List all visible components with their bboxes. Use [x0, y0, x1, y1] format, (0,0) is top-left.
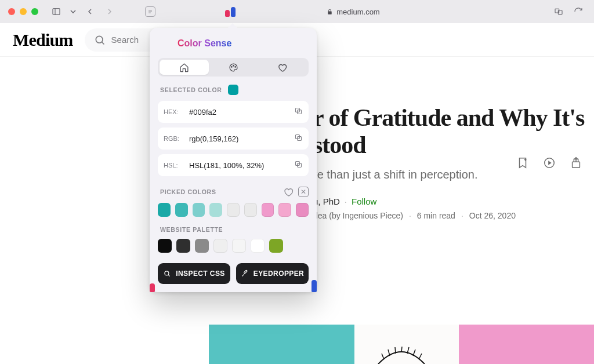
colorsense-popover: Color Sense SELECTED COLOR HEX: #009fa2 … [150, 28, 317, 292]
hero-image [209, 325, 594, 364]
article-meta: dea (by Ingenious Piece) · 6 min read · … [313, 211, 594, 220]
search-icon [163, 270, 171, 278]
browser-toolbar: medium.com [0, 0, 594, 23]
palette-swatch[interactable] [176, 239, 190, 253]
share-icon[interactable] [570, 156, 582, 169]
article-title: r of Gratitude and Why It's stood [313, 104, 594, 159]
forward-button[interactable] [102, 5, 117, 18]
selected-color-swatch [228, 85, 238, 95]
article-actions [516, 156, 582, 169]
hero-image-detail [375, 347, 428, 364]
picked-swatch[interactable] [244, 203, 257, 217]
svg-point-16 [233, 65, 233, 65]
extension-colorsense-icon[interactable] [225, 6, 236, 17]
eyedropper-button[interactable]: EYEDROPPER [236, 263, 309, 284]
address-bar[interactable]: medium.com [160, 8, 546, 16]
lock-icon [327, 9, 333, 15]
svg-point-15 [231, 66, 231, 67]
tab-segmented-control [158, 58, 309, 77]
palette-swatch[interactable] [232, 239, 246, 253]
palette-swatch[interactable] [269, 239, 283, 253]
close-window-icon[interactable] [8, 8, 15, 15]
eyedropper-icon [241, 270, 249, 278]
copy-rgb-button[interactable] [294, 133, 303, 144]
byline: u, PhD · Follow [313, 196, 594, 206]
play-icon[interactable] [543, 156, 556, 169]
translate-button[interactable] [551, 5, 566, 18]
sidebar-toggle-button[interactable] [49, 5, 64, 18]
article-subtitle: re than just a shift in perception. [313, 168, 594, 181]
picked-swatch[interactable] [262, 203, 274, 217]
svg-point-7 [96, 36, 103, 43]
back-button[interactable] [82, 5, 97, 18]
picked-swatch[interactable] [193, 203, 205, 217]
window-controls [8, 8, 38, 15]
website-palette-label: WEBSITE PALETTE [158, 226, 223, 233]
svg-marker-12 [548, 161, 552, 165]
picked-swatch[interactable] [278, 203, 291, 217]
search-placeholder: Search [111, 35, 139, 45]
clear-picked-button[interactable]: ✕ [298, 187, 309, 197]
tab-favorites[interactable] [258, 60, 307, 75]
tab-palette[interactable] [209, 60, 258, 75]
picked-swatches [158, 203, 309, 217]
tab-dropdown-button[interactable] [68, 5, 78, 18]
palette-swatch[interactable] [251, 239, 265, 253]
favorite-picked-button[interactable] [283, 187, 294, 197]
svg-point-17 [234, 66, 235, 67]
inspect-css-button[interactable]: INSPECT CSS [158, 263, 230, 284]
palette-swatch[interactable] [213, 239, 227, 253]
hex-value: #009fa2 [189, 108, 288, 117]
picked-swatch[interactable] [227, 203, 240, 217]
follow-link[interactable]: Follow [352, 196, 376, 206]
publication-name[interactable]: dea (by Ingenious Piece) [313, 211, 403, 220]
hsl-row: HSL: HSL(181, 100%, 32%) [158, 154, 309, 176]
palette-swatches [158, 239, 309, 253]
minimize-window-icon[interactable] [20, 8, 27, 15]
picked-swatch[interactable] [296, 203, 309, 217]
author-name[interactable]: u, PhD [313, 196, 340, 206]
picked-swatch[interactable] [175, 203, 188, 217]
svg-line-25 [168, 275, 170, 276]
reader-mode-button[interactable] [145, 6, 155, 17]
home-icon [179, 63, 189, 72]
tab-home[interactable] [160, 60, 209, 75]
address-host: medium.com [336, 8, 379, 16]
rgb-row: RGB: rgb(0,159,162) [158, 128, 309, 150]
heart-icon [277, 63, 287, 72]
hsl-value: HSL(181, 100%, 32%) [189, 161, 288, 170]
bookmark-icon[interactable] [516, 156, 529, 169]
hex-row: HEX: #009fa2 [158, 101, 309, 123]
publish-date: Oct 26, 2020 [469, 211, 516, 220]
selected-color-label: SELECTED COLOR [158, 85, 309, 95]
svg-rect-13 [573, 162, 580, 168]
colorsense-brand-label: Color Sense [178, 38, 231, 49]
read-time: 6 min read [417, 211, 455, 220]
reload-button[interactable] [571, 5, 586, 18]
palette-swatch[interactable] [195, 239, 209, 253]
copy-hex-button[interactable] [294, 107, 303, 117]
picked-swatch[interactable] [209, 203, 222, 217]
picked-swatch[interactable] [158, 203, 171, 217]
svg-line-8 [102, 42, 104, 44]
medium-logo[interactable]: Medium [13, 30, 73, 50]
picked-colors-label: PICKED COLORS [158, 188, 216, 195]
fullscreen-window-icon[interactable] [31, 8, 38, 15]
palette-icon [229, 63, 238, 72]
copy-hsl-button[interactable] [294, 160, 303, 170]
rgb-value: rgb(0,159,162) [189, 134, 288, 143]
palette-swatch[interactable] [158, 239, 172, 253]
svg-rect-0 [53, 9, 60, 15]
svg-point-24 [165, 271, 169, 275]
search-icon [94, 34, 106, 46]
colorsense-logo-icon [160, 37, 173, 50]
